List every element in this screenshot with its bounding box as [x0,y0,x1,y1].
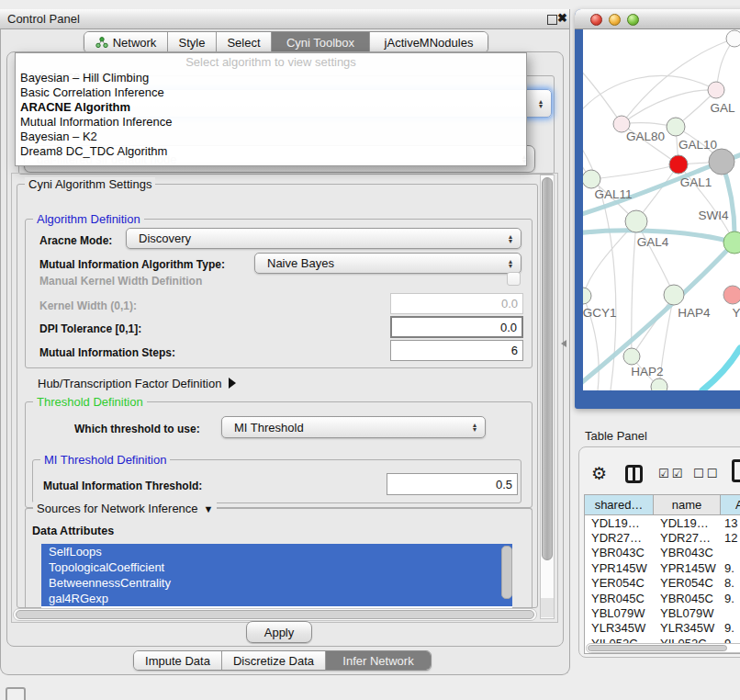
close-icon[interactable]: ✖ [557,11,567,25]
table-cell: YIL052C [585,637,654,643]
table-row[interactable]: YDR27…YDR27…12 [585,530,740,545]
tab-network-label: Network [113,36,157,50]
table-cell: 9. [721,592,740,605]
threshold-definition-label: Threshold Definition [33,395,147,409]
network-node-label: GAL11 [594,187,632,201]
data-attribute-item[interactable]: gal4RGexp [41,591,512,606]
algorithm-option[interactable]: ARACNE Algorithm [16,100,526,115]
mi-steps-field[interactable]: 6 [390,340,523,361]
mi-algorithm-type-value: Naive Bayes [267,256,334,270]
network-node[interactable] [726,30,740,47]
which-threshold-label: Which threshold to use: [74,423,200,435]
control-panel-titlebar[interactable] [0,9,569,29]
table-cell: YBR043C [585,546,654,559]
tab-network[interactable]: Network [84,32,167,52]
column-header-name[interactable]: name [654,495,721,515]
mi-threshold-field[interactable]: 0.5 [387,473,518,495]
table-row[interactable]: YER054CYER054C8. [585,576,740,591]
network-node[interactable] [625,210,647,232]
network-node-label: GAL [710,101,735,115]
attributes-list-scrollbar[interactable] [501,546,512,599]
network-node[interactable] [664,285,684,305]
table-row[interactable]: YPR145WYPR145W9. [585,560,740,575]
settings-horizontal-scrollbar-thumb[interactable] [16,610,534,619]
tab-select[interactable]: Select [216,32,271,52]
network-node[interactable] [708,82,724,98]
network-node[interactable] [623,348,640,365]
mi-algorithm-type-combobox[interactable]: Naive Bayes ▴▾ [254,253,521,274]
network-node[interactable] [709,149,734,175]
column-header-clipped[interactable]: A [721,495,740,515]
data-attribute-item[interactable]: BetweennessCentrality [41,575,512,591]
expander-down-arrow-icon: ▼ [204,503,214,514]
aracne-mode-combobox[interactable]: Discovery ▴▾ [126,228,521,249]
tab-infer-network[interactable]: Infer Network [325,651,431,670]
network-icon [95,37,108,48]
network-node[interactable] [669,155,688,174]
kernel-width-field[interactable]: 0.0 [390,293,523,314]
table-row[interactable]: YBR043CYBR043C [585,546,740,560]
network-node[interactable] [651,378,667,390]
table-cell: 8. [721,576,740,590]
minimize-traffic-light-icon[interactable] [609,14,621,26]
tab-jactivemnodules[interactable]: jActiveMNodules [369,32,488,52]
splitter-collapse-icon[interactable] [561,340,566,347]
gear-icon[interactable]: ⚙ [591,463,607,484]
algorithm-option[interactable]: Bayesian – Hill Climbing [16,71,526,85]
expander-right-arrow-icon [229,378,236,389]
manual-kernel-width-checkbox[interactable] [507,272,521,286]
table-cell: YDL19… [585,516,654,530]
algorithm-option[interactable]: Basic Correlation Inference [16,85,526,100]
table-row[interactable]: YBL079WYBL079W [585,605,740,620]
network-node[interactable] [583,170,600,188]
select-all-rows-icon[interactable]: ☑☑ [658,467,685,480]
network-node-label: HAP2 [631,365,663,378]
data-attribute-item[interactable]: TopologicalCoefficient [41,559,512,575]
data-attribute-item[interactable]: SelfLoops [41,544,512,559]
algorithm-option[interactable]: Bayesian – K2 [16,130,526,144]
table-cell: 13 [721,516,740,530]
hub-definition-expander[interactable]: Hub/Transcription Factor Definition [38,377,236,390]
algorithm-popup-list: Bayesian – Hill ClimbingBasic Correlatio… [16,71,526,159]
table-body[interactable]: YDL19…YDL19…13YDR27…YDR27…12YBR043CYBR04… [585,515,740,643]
network-node-label: HAP4 [678,306,711,320]
table-row[interactable]: YIL052CYIL052C9. [585,636,740,643]
tab-impute-data[interactable]: Impute Data [134,651,221,670]
data-attributes-list[interactable]: SelfLoopsTopologicalCoefficientBetweenne… [41,544,512,608]
table-row[interactable]: YDL19…YDL19…13 [585,515,740,530]
network-node[interactable] [583,288,591,304]
tab-cyni-toolbox[interactable]: Cyni Toolbox [271,32,369,52]
apply-button[interactable]: Apply [246,621,312,643]
zoom-traffic-light-icon[interactable] [627,14,639,26]
network-node[interactable] [667,118,685,136]
algorithm-popup-placeholder: Select algorithm to view settings [16,53,526,71]
spinner-arrows-icon: ▴▾ [539,99,543,108]
table-cell: YBL079W [654,606,721,620]
tab-style[interactable]: Style [167,32,216,52]
table-cell: 12 [721,531,740,545]
document-icon[interactable] [732,459,740,482]
tab-discretize-data[interactable]: Discretize Data [221,651,325,670]
settings-vertical-scrollbar-thumb[interactable] [542,177,553,560]
table-row[interactable]: YLR345WYLR345W9. [585,621,740,636]
table-cell: YDL19… [654,516,721,530]
close-traffic-light-icon[interactable] [590,14,602,26]
table-row[interactable]: YBR045CYBR045C9. [585,591,740,605]
column-header-shared-name[interactable]: shared… [585,495,654,515]
table-header-row: shared… name A [585,495,740,515]
dpi-tolerance-field[interactable]: 0.0 [390,316,523,338]
table-horizontal-scrollbar-thumb[interactable] [588,645,727,651]
table-cell: YLR345W [654,621,721,635]
mi-algorithm-type-label: Mutual Information Algorithm Type: [39,258,225,271]
network-node[interactable] [723,286,740,304]
split-columns-icon-divider [633,465,635,483]
algorithm-option[interactable]: Dream8 DC_TDC Algorithm [16,144,526,159]
float-window-icon[interactable] [547,15,557,25]
which-threshold-combobox[interactable]: MI Threshold ▴▾ [221,416,486,438]
algorithm-option[interactable]: Mutual Information Inference [16,115,526,130]
sources-group-label[interactable]: Sources for Network Inference▼ [33,502,217,515]
deselect-all-rows-icon[interactable]: ☐☐ [693,467,720,480]
network-canvas[interactable]: GALGAL80GAL10GAL1GAL11SWI4GAL4GCY1HAP4YH… [583,29,740,390]
which-threshold-value: MI Threshold [234,421,304,435]
corner-mini-button[interactable] [6,687,26,700]
